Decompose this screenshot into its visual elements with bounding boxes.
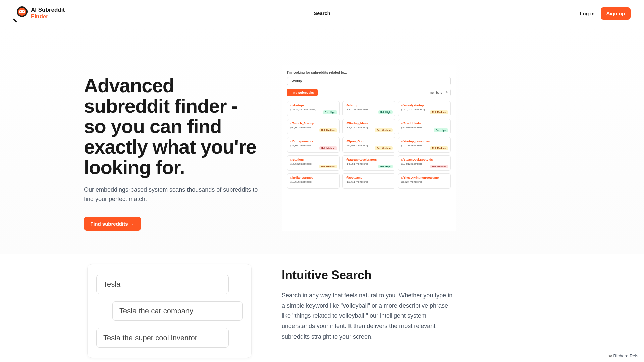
hero-section: Advanced subreddit finder - so you can f… <box>0 27 644 254</box>
feature-section: Tesla Tesla the car company Tesla the su… <box>0 254 644 358</box>
demo-result-card: r/Startup_Ideas(72,879 members)Rel: Medi… <box>342 119 395 134</box>
logo-icon <box>13 6 28 20</box>
demo-subreddit-name: r/The3DPrintingBootcamp <box>401 176 447 179</box>
demo-member-count: (8,627 members) <box>401 180 447 183</box>
demo-subreddit-name: r/sweatystartup <box>401 104 447 107</box>
demo-subreddit-name: r/Twitch_Startup <box>290 122 336 125</box>
demo-subreddit-name: r/Startup_Ideas <box>346 122 392 125</box>
hero-description: Our embeddings-based system scans thousa… <box>84 185 262 204</box>
demo-relevance-badge: Rel: Medium <box>319 128 337 132</box>
demo-subreddit-name: r/bootcamp <box>346 176 392 179</box>
demo-result-card: r/indianstartups(12,685 members) <box>287 173 340 189</box>
demo-member-count: (12,685 members) <box>290 180 336 183</box>
demo-relevance-badge: Rel: High <box>378 110 393 114</box>
demo-result-card: r/startup_resources(15,778 members)Rel: … <box>398 137 451 153</box>
demo-member-count: (11,411 members) <box>346 180 392 183</box>
demo-subreddit-name: r/startups <box>290 104 336 107</box>
credit-name: Richard Reis <box>613 353 638 358</box>
demo-prompt-label: I'm looking for subreddits related to... <box>287 71 451 74</box>
demo-sort-dropdown: Members <box>426 89 451 96</box>
demo-result-card: r/Entrepreneurs(29,681 members)Rel: Mini… <box>287 137 340 153</box>
demo-subreddit-name: r/SteamDeckBootVids <box>401 158 447 161</box>
demo-relevance-badge: Rel: Medium <box>375 128 393 132</box>
demo-relevance-badge: Rel: Medium <box>430 146 448 150</box>
demo-relevance-badge: Rel: Medium <box>375 146 393 150</box>
demo-relevance-badge: Rel: Minimal <box>319 146 337 150</box>
demo-relevance-badge: Rel: High <box>434 128 448 132</box>
demo-subreddit-name: r/StartUpIndia <box>401 122 447 125</box>
logo-text: AI Subreddit Finder <box>31 7 65 20</box>
example-chip: Tesla <box>96 275 229 294</box>
demo-relevance-badge: Rel: High <box>378 165 393 168</box>
demo-relevance-badge: Rel: Minimal <box>430 165 448 168</box>
find-subreddits-button[interactable]: Find subreddits → <box>84 217 141 231</box>
demo-subreddit-name: r/startup_resources <box>401 140 447 143</box>
credit-badge[interactable]: by Richard Reis <box>606 352 640 359</box>
feature-title: Intuitive Search <box>282 268 564 282</box>
signup-button[interactable]: Sign up <box>601 7 631 20</box>
header: AI Subreddit Finder Search Log in Sign u… <box>0 0 644 27</box>
demo-relevance-badge: Rel: Medium <box>319 165 337 168</box>
demo-subreddit-name: r/StartupAccelerators <box>346 158 392 161</box>
demo-relevance-badge: Rel: Medium <box>430 110 448 114</box>
example-chip: Tesla the car company <box>112 301 243 321</box>
demo-result-card: r/startup(132,184 members)Rel: High <box>342 101 395 116</box>
logo[interactable]: AI Subreddit Finder <box>13 6 65 20</box>
demo-subreddit-name: r/Entrepreneurs <box>290 140 336 143</box>
demo-relevance-badge: Rel: High <box>323 110 337 114</box>
demo-controls: Find Subreddits Members <box>287 89 451 96</box>
demo-result-card: r/StartupAccelerators(14,261 members)Rel… <box>342 155 395 171</box>
hero-title: Advanced subreddit finder - so you can f… <box>84 75 262 177</box>
demo-result-card: r/The3DPrintingBootcamp(8,627 members) <box>398 173 451 189</box>
logo-line1: AI Subreddit <box>31 7 65 13</box>
demo-results-grid: r/startups(1,632,530 members)Rel: Highr/… <box>287 101 451 189</box>
demo-find-button: Find Subreddits <box>287 89 318 96</box>
demo-subreddit-name: r/SpringBoot <box>346 140 392 143</box>
demo-subreddit-name: r/StationF <box>290 158 336 161</box>
demo-subreddit-name: r/indianstartups <box>290 176 336 179</box>
example-chip: Tesla the super cool inventor <box>96 328 229 348</box>
feature-text-block: Intuitive Search Search in any way that … <box>282 264 564 342</box>
nav-search-link[interactable]: Search <box>314 10 330 16</box>
nav-center: Search <box>314 10 330 16</box>
demo-result-card: r/Twitch_Startup(96,662 members)Rel: Med… <box>287 119 340 134</box>
demo-result-card: r/StationF(15,652 members)Rel: Medium <box>287 155 340 171</box>
demo-input: Startup <box>287 77 451 85</box>
demo-result-card: r/bootcamp(11,411 members) <box>342 173 395 189</box>
nav-right: Log in Sign up <box>580 7 631 20</box>
login-link[interactable]: Log in <box>580 11 595 16</box>
demo-result-card: r/startups(1,632,530 members)Rel: High <box>287 101 340 116</box>
logo-line2: Finder <box>31 13 65 20</box>
credit-prefix: by <box>607 353 613 358</box>
demo-result-card: r/SpringBoot(20,997 members)Rel: Medium <box>342 137 395 153</box>
demo-result-card: r/sweatystartup(131,035 members)Rel: Med… <box>398 101 451 116</box>
hero-content: Advanced subreddit finder - so you can f… <box>34 65 262 231</box>
demo-result-card: r/SteamDeckBootVids(13,812 members)Rel: … <box>398 155 451 171</box>
feature-example-card: Tesla Tesla the car company Tesla the su… <box>87 264 252 358</box>
demo-result-card: r/StartUpIndia(36,919 members)Rel: High <box>398 119 451 134</box>
demo-screenshot: I'm looking for subreddits related to...… <box>282 65 456 231</box>
demo-subreddit-name: r/startup <box>346 104 392 107</box>
feature-description: Search in any way that feels natural to … <box>282 290 453 342</box>
